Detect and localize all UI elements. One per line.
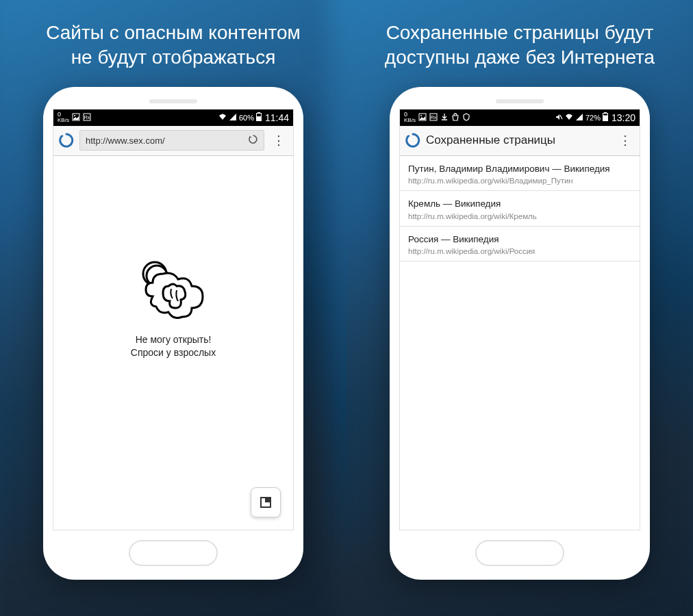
headline-line1: Сайты с опасным контентом (46, 22, 301, 43)
saved-pages-list: Путин, Владимир Владимирович — Википедия… (400, 156, 640, 262)
browser-toolbar: http://www.sex.com/ ⋮ (53, 126, 293, 156)
page-content: Не могу открыть! Спроси у взрослых (53, 156, 293, 530)
phone-speaker (149, 99, 197, 103)
headline-line2: не будут отображаться (71, 47, 276, 68)
app-logo-icon (405, 133, 420, 148)
data-speed-indicator: 0 KB/s (404, 112, 416, 123)
overflow-menu-icon[interactable]: ⋮ (270, 133, 288, 148)
mute-icon (555, 113, 563, 123)
svg-rect-10 (265, 498, 270, 502)
app-logo-icon (59, 133, 74, 148)
signal-icon (229, 113, 237, 123)
svg-rect-6 (256, 116, 261, 121)
blocked-page: Не могу открыть! Спроси у взрослых (53, 156, 293, 530)
saved-url: http://ru.m.wikipedia.org/wiki/Россия (408, 247, 631, 255)
url-input[interactable]: http://www.sex.com/ (79, 130, 264, 151)
clock: 13:20 (612, 112, 635, 123)
list-item[interactable]: Путин, Владимир Владимирович — Википедия… (400, 156, 640, 192)
list-item[interactable]: Кремль — Википедия http://ru.m.wikipedia… (400, 191, 640, 227)
wifi-icon (218, 113, 227, 123)
image-icon (72, 113, 80, 123)
url-text: http://www.sex.com/ (86, 136, 248, 146)
svg-text:Rx: Rx (84, 115, 90, 120)
battery-percent: 60% (239, 114, 254, 122)
list-item[interactable]: Россия — Википедия http://ru.m.wikipedia… (400, 227, 640, 262)
phone-mockup-right: 0 KB/s Rx (390, 87, 650, 580)
saved-title: Путин, Владимир Владимирович — Википедия (408, 163, 631, 175)
cloud-lock-illustration (136, 259, 211, 324)
blocked-line2: Спроси у взрослых (131, 347, 216, 358)
signal-icon (575, 113, 583, 123)
wifi-icon (565, 113, 573, 123)
new-tab-icon (260, 496, 272, 509)
overflow-menu-icon[interactable]: ⋮ (616, 133, 634, 148)
store-icon (451, 113, 459, 123)
blocked-line1: Не могу открыть! (136, 334, 212, 345)
new-tab-button[interactable] (251, 487, 281, 517)
phone-home-button (475, 540, 564, 565)
saved-url: http://ru.m.wikipedia.org/wiki/Кремль (408, 212, 631, 220)
shield-icon (462, 113, 470, 123)
saved-pages-content: Путин, Владимир Владимирович — Википедия… (400, 156, 640, 530)
right-headline: Сохраненные страницы будут доступны даже… (385, 21, 655, 70)
left-headline: Сайты с опасным контентом не будут отобр… (46, 21, 301, 70)
right-panel: Сохраненные страницы будут доступны даже… (346, 0, 693, 616)
battery-percent: 72% (585, 114, 601, 122)
saved-title: Кремль — Википедия (408, 198, 631, 210)
saved-pages-toolbar: Сохраненные страницы ⋮ (400, 126, 640, 156)
battery-icon (603, 112, 608, 123)
toolbar-title: Сохраненные страницы (426, 133, 611, 147)
svg-text:Rx: Rx (431, 115, 437, 120)
svg-point-12 (420, 115, 422, 116)
headline-line1: Сохраненные страницы будут (386, 22, 654, 43)
saved-title: Россия — Википедия (408, 233, 631, 246)
svg-point-1 (74, 115, 75, 116)
download-icon (440, 113, 449, 123)
blocked-message: Не могу открыть! Спроси у взрослых (131, 333, 216, 359)
nfc-icon: Rx (429, 113, 438, 123)
saved-url: http://ru.m.wikipedia.org/wiki/Владимир_… (408, 177, 631, 185)
svg-rect-18 (603, 116, 607, 121)
phone-screen-right: 0 KB/s Rx (399, 109, 640, 531)
image-icon (418, 113, 427, 123)
phone-screen-left: 0 KB/s Rx (53, 109, 294, 531)
statusbar: 0 KB/s Rx (53, 110, 293, 126)
statusbar: 0 KB/s Rx (400, 110, 640, 126)
phone-mockup-left: 0 KB/s Rx (43, 87, 303, 580)
left-panel: Сайты с опасным контентом не будут отобр… (0, 0, 346, 616)
svg-line-15 (560, 115, 562, 119)
nfc-icon: Rx (83, 113, 91, 123)
clock: 11:44 (265, 112, 289, 123)
headline-line2: доступны даже без Интернета (385, 47, 655, 68)
reload-icon[interactable] (248, 134, 258, 146)
data-speed-indicator: 0 KB/s (58, 112, 69, 123)
phone-speaker (496, 99, 544, 103)
phone-home-button (129, 540, 218, 565)
battery-icon (256, 112, 262, 123)
